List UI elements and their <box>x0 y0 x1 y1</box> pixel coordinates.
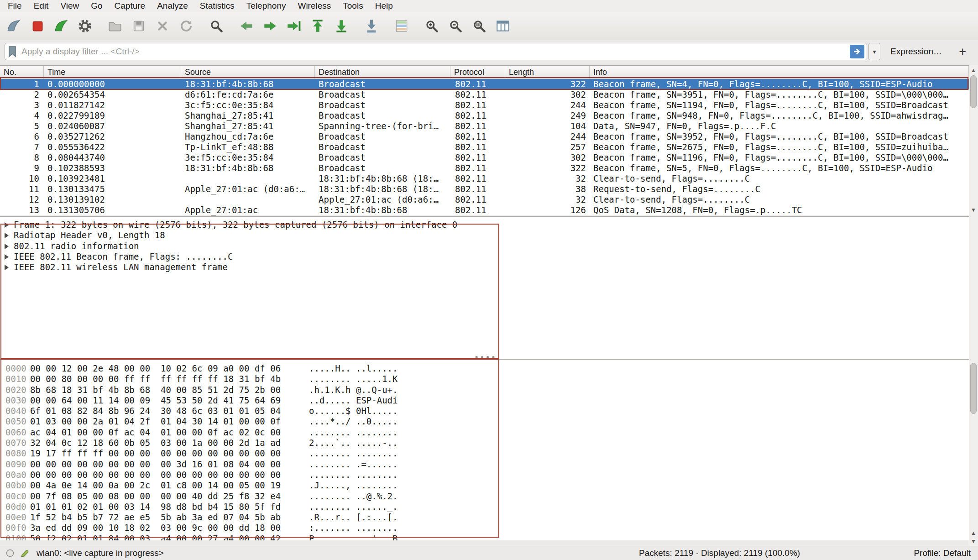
hex-dump-row[interactable]: 00a000 00 00 00 00 00 00 00 00 00 00 00 … <box>0 470 969 480</box>
save-file-button[interactable] <box>127 14 151 38</box>
packet-row[interactable]: 2 0.002654354 d6:61:fe:cd:7a:6e Broadcas… <box>0 89 969 100</box>
hex-bytes[interactable]: ac 04 01 00 00 0f ac 04 01 00 00 0f ac 0… <box>30 427 281 437</box>
expand-arrow-icon[interactable] <box>5 244 9 249</box>
scroll-down-arrow[interactable]: ▼ <box>970 206 977 214</box>
menu-item[interactable]: Tools <box>337 0 369 12</box>
hex-scrollbar-thumb[interactable] <box>970 363 977 414</box>
hex-bytes[interactable]: 19 17 ff ff ff 00 00 00 00 00 00 00 00 0… <box>30 448 281 458</box>
zoom-reset-button[interactable] <box>467 14 491 38</box>
expand-arrow-icon[interactable] <box>5 254 9 260</box>
column-header[interactable]: No. <box>0 66 44 79</box>
menu-item[interactable]: File <box>2 0 28 12</box>
packet-row[interactable]: 9 0.102388593 18:31:bf:4b:8b:68 Broadcas… <box>0 163 969 173</box>
hex-ascii[interactable]: ........ .=...... <box>309 459 397 470</box>
hex-ascii[interactable]: ........ .....1.K <box>309 374 397 384</box>
hex-bytes[interactable]: 32 04 0c 12 18 60 0b 05 03 00 1a 00 00 2… <box>30 438 281 448</box>
packet-row[interactable]: 8 0.080443740 3e:f5:cc:0e:35:84 Broadcas… <box>0 152 969 163</box>
hex-ascii[interactable]: o......$ 0Hl..... <box>309 406 397 416</box>
hex-ascii[interactable]: .R...r.. [.:...[. <box>309 512 397 523</box>
packet-row[interactable]: 12 0.130139102 Apple_27:01:ac (d0:a6:… 8… <box>0 194 969 205</box>
hex-bytes[interactable]: 00 00 00 00 00 00 00 00 00 00 00 00 00 0… <box>30 470 281 480</box>
packet-row[interactable]: 3 0.011827142 3c:f5:cc:0e:35:84 Broadcas… <box>0 100 969 110</box>
go-forward-button[interactable] <box>258 14 282 38</box>
scroll-up-arrow[interactable]: ▲ <box>970 67 977 74</box>
hex-ascii[interactable]: :....... ........ <box>309 523 397 533</box>
filter-dropdown-button[interactable]: ▾ <box>868 43 880 60</box>
hex-bytes[interactable]: 01 01 01 02 01 00 03 14 98 d8 bd b4 15 8… <box>30 502 281 512</box>
display-filter-field[interactable] <box>5 43 867 60</box>
zoom-in-button[interactable] <box>420 14 444 38</box>
expression-button[interactable]: Expression… <box>890 47 942 57</box>
column-header[interactable]: Info <box>590 66 969 79</box>
go-to-packet-button[interactable] <box>282 14 306 38</box>
apply-filter-button[interactable] <box>850 45 864 58</box>
hex-bytes[interactable]: 6f 01 08 82 84 8b 96 24 30 48 6c 03 01 0… <box>30 406 281 416</box>
packet-detail-row[interactable]: IEEE 802.11 Beacon frame, Flags: .......… <box>0 251 969 262</box>
open-file-button[interactable] <box>103 14 127 38</box>
hex-dump-row[interactable]: 00c000 7f 08 05 00 08 00 00 00 00 40 dd … <box>0 491 969 502</box>
packet-row[interactable]: 11 0.130133475 Apple_27:01:ac (d0:a6:… 1… <box>0 184 969 194</box>
hex-dump-row[interactable]: 0060ac 04 01 00 00 0f ac 04 01 00 00 0f … <box>0 427 969 438</box>
hex-dump-row[interactable]: 005001 03 00 00 2a 01 04 2f 01 04 30 14 … <box>0 416 969 427</box>
packet-row[interactable]: 1 0.000000000 18:31:bf:4b:8b:68 Broadcas… <box>0 79 969 89</box>
capture-comment-button[interactable] <box>20 549 29 558</box>
hex-bytes[interactable]: 00 00 00 00 00 00 00 00 00 3d 16 01 08 0… <box>30 459 281 469</box>
add-filter-button[interactable]: + <box>959 45 966 59</box>
expert-info-button[interactable] <box>5 549 15 558</box>
hex-ascii[interactable]: P....... ...'...B <box>309 534 397 540</box>
expand-arrow-icon[interactable] <box>5 265 9 270</box>
menu-item[interactable]: Edit <box>28 0 55 12</box>
hex-dump-row[interactable]: 00f03a ed dd 09 00 10 18 02 03 00 9c 00 … <box>0 523 969 533</box>
menu-item[interactable]: Go <box>85 0 108 12</box>
menu-item[interactable]: Capture <box>109 0 152 12</box>
hex-dump-row[interactable]: 00b000 4a 0e 14 00 0a 00 2c 01 c8 00 14 … <box>0 480 969 491</box>
menu-item[interactable]: Telephony <box>241 0 292 12</box>
start-capture-button[interactable] <box>2 14 26 38</box>
hex-bytes[interactable]: 00 7f 08 05 00 08 00 00 00 00 40 dd 25 f… <box>30 491 281 501</box>
packet-detail-row[interactable]: Radiotap Header v0, Length 18 <box>0 230 969 241</box>
packet-row[interactable]: 13 0.131305706 Apple_27:01:ac 18:31:bf:4… <box>0 205 969 215</box>
packet-row[interactable]: 6 0.035271262 Hangzhou_cd:7a:6e Broadcas… <box>0 131 969 142</box>
hex-scroll-down-arrow[interactable]: ▼ <box>970 538 977 545</box>
hex-bytes[interactable]: 00 00 80 00 00 00 ff ff ff ff ff ff 18 3… <box>30 374 281 384</box>
column-header[interactable]: Length <box>505 66 590 79</box>
hex-dump-row[interactable]: 00e01f 52 b4 b5 b7 72 ae e5 5b ab 3a ed … <box>0 512 969 523</box>
hex-ascii[interactable]: ........ ..@.%.2. <box>309 491 397 502</box>
column-header[interactable]: Destination <box>315 66 450 79</box>
display-filter-input[interactable] <box>21 47 850 57</box>
packet-row[interactable]: 5 0.024060087 Shanghai_27:85:41 Spanning… <box>0 121 969 131</box>
go-to-last-button[interactable] <box>329 14 353 38</box>
hex-ascii[interactable]: ........ ........ <box>309 448 397 459</box>
zoom-out-button[interactable] <box>444 14 467 38</box>
auto-scroll-button[interactable] <box>360 14 383 38</box>
hex-bytes[interactable]: 00 00 12 00 2e 48 00 00 10 02 6c 09 a0 0… <box>30 363 281 373</box>
profile-text[interactable]: Profile: Default <box>914 548 971 558</box>
hex-ascii[interactable]: ........ ......_. <box>309 502 397 512</box>
hex-bytes[interactable]: 8b 68 18 31 bf 4b 8b 68 40 00 85 51 2d 7… <box>30 385 281 395</box>
hex-dump-row[interactable]: 00406f 01 08 82 84 8b 96 24 30 48 6c 03 … <box>0 406 969 416</box>
menu-item[interactable]: Analyze <box>151 0 194 12</box>
hex-dump-row[interactable]: 009000 00 00 00 00 00 00 00 00 3d 16 01 … <box>0 459 969 470</box>
stop-capture-button[interactable] <box>26 14 49 38</box>
hex-ascii[interactable]: ....*../ ..0..... <box>309 416 397 427</box>
packet-detail-row[interactable]: Frame 1: 322 bytes on wire (2576 bits), … <box>0 220 969 230</box>
hex-ascii[interactable]: ........ ........ <box>309 470 397 480</box>
colorize-button[interactable] <box>390 14 413 38</box>
hex-bytes[interactable]: 00 00 64 00 11 14 00 09 45 53 50 2d 41 7… <box>30 395 281 405</box>
hex-dump-row[interactable]: 003000 00 64 00 11 14 00 09 45 53 50 2d … <box>0 395 969 406</box>
hex-bytes[interactable]: 00 4a 0e 14 00 0a 00 2c 01 c8 00 14 00 0… <box>30 480 281 490</box>
packet-row[interactable]: 10 0.103923481 18:31:bf:4b:8b:68 (18:… 8… <box>0 173 969 184</box>
menu-item[interactable]: Help <box>369 0 399 12</box>
expand-arrow-icon[interactable] <box>5 222 9 228</box>
go-to-first-button[interactable] <box>306 14 329 38</box>
capture-options-button[interactable] <box>73 14 97 38</box>
vertical-scrollbar-track[interactable] <box>969 65 978 546</box>
hex-dump-row[interactable]: 010050 f2 02 01 01 84 00 03 a4 00 00 27 … <box>0 534 969 540</box>
packet-list-scrollbar-thumb[interactable] <box>970 75 977 108</box>
menu-item[interactable]: View <box>54 0 85 12</box>
hex-dump-row[interactable]: 007032 04 0c 12 18 60 0b 05 03 00 1a 00 … <box>0 438 969 448</box>
packet-row[interactable]: 4 0.022799189 Shanghai_27:85:41 Broadcas… <box>0 110 969 121</box>
menu-item[interactable]: Statistics <box>194 0 241 12</box>
packet-detail-row[interactable]: IEEE 802.11 wireless LAN management fram… <box>0 262 969 272</box>
column-header[interactable]: Protocol <box>450 66 505 79</box>
